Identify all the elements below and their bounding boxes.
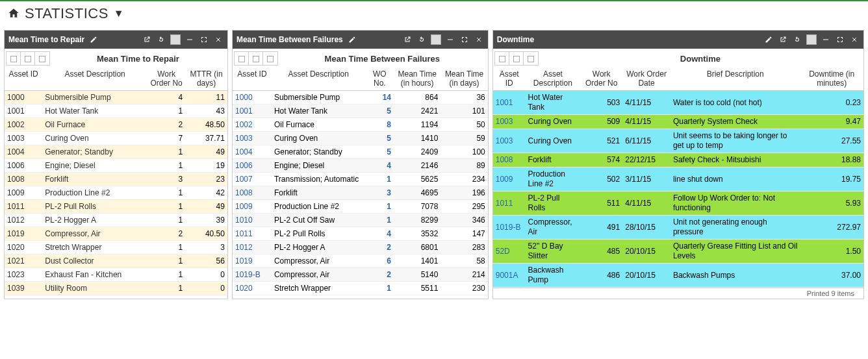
close-icon[interactable] xyxy=(849,34,860,45)
table-row[interactable]: 1019Compressor, Air240.50 xyxy=(5,227,227,241)
cell-asset-id[interactable]: 1002 xyxy=(233,118,272,132)
mtbf-table-wrap[interactable]: Asset ID Asset Description WO No. Mean T… xyxy=(233,67,488,299)
col-mttr[interactable]: MTTR (in days) xyxy=(185,67,227,91)
cell-asset-id[interactable]: 1001 xyxy=(233,105,272,118)
table-row[interactable]: 1011PL-2 Pull Rolls43532147 xyxy=(233,227,488,241)
table-row[interactable]: 1003Curing Oven5094/11/15Quarterly Syste… xyxy=(493,115,863,129)
refresh-icon[interactable] xyxy=(156,34,166,45)
col-asset-id[interactable]: Asset ID xyxy=(5,67,42,91)
refresh-icon[interactable] xyxy=(792,34,802,45)
popout-icon[interactable] xyxy=(142,34,152,45)
cell-wo[interactable]: 5 xyxy=(366,145,394,159)
table-row[interactable]: 1007Transmission; Automatic15625234 xyxy=(233,173,488,186)
table-row[interactable]: 1012PL-2 Hogger A139 xyxy=(5,214,227,227)
cell-asset-id[interactable]: 1003 xyxy=(493,115,526,129)
col-days[interactable]: Mean Time (in days) xyxy=(440,67,487,91)
cell-asset-id[interactable]: 1006 xyxy=(233,159,272,173)
cell-wo[interactable]: 14 xyxy=(366,91,394,105)
col-wo[interactable]: Work Order No xyxy=(147,67,185,91)
table-row[interactable]: 1012PL-2 Hogger A26801283 xyxy=(233,241,488,254)
expand-icon[interactable] xyxy=(199,34,209,45)
col-date[interactable]: Work Order Date xyxy=(622,67,670,91)
col-asset-desc[interactable]: Asset Description xyxy=(526,67,581,91)
cell-wo[interactable]: 2 xyxy=(366,241,394,254)
cell-asset-id[interactable]: 1009 xyxy=(233,200,272,214)
cell-wo[interactable]: 5 xyxy=(366,105,394,118)
color-swatch[interactable] xyxy=(431,34,441,45)
close-icon[interactable] xyxy=(213,34,223,45)
pencil-icon[interactable] xyxy=(763,34,774,45)
table-row[interactable]: 1011PL-2 Pull Rolls5114/11/15Follow Up W… xyxy=(493,192,863,216)
col-asset-id[interactable]: Asset ID xyxy=(493,67,526,91)
tiny-button[interactable] xyxy=(524,52,538,65)
cell-asset-id[interactable]: 52D xyxy=(493,240,526,264)
popout-icon[interactable] xyxy=(778,34,788,45)
cell-asset-id[interactable]: 1009 xyxy=(493,167,526,192)
tiny-button[interactable] xyxy=(6,52,21,65)
col-asset-id[interactable]: Asset ID xyxy=(233,67,272,91)
table-row[interactable]: 1004Generator; Standby149 xyxy=(5,145,227,159)
table-row[interactable]: 1019-BCompressor, Air49128/10/15Unit not… xyxy=(493,216,863,240)
table-row[interactable]: 1009Production Line #217078295 xyxy=(233,200,488,214)
cell-wo[interactable]: 6 xyxy=(366,254,394,268)
table-row[interactable]: 1011PL-2 Pull Rolls149 xyxy=(5,200,227,214)
refresh-icon[interactable] xyxy=(416,34,427,45)
cell-asset-id[interactable]: 1010 xyxy=(233,214,272,227)
table-row[interactable]: 1006Engine; Diesel119 xyxy=(5,159,227,173)
tiny-button[interactable] xyxy=(509,52,524,65)
cell-asset-id[interactable]: 1019-B xyxy=(233,268,272,282)
table-row[interactable]: 1006Engine; Diesel4214689 xyxy=(233,159,488,173)
minimize-icon[interactable] xyxy=(185,34,195,45)
tiny-button[interactable] xyxy=(21,52,35,65)
cell-wo[interactable]: 8 xyxy=(366,118,394,132)
table-row[interactable]: 1019-BCompressor, Air25140214 xyxy=(233,268,488,282)
table-row[interactable]: 1009Production Line #25023/11/15line shu… xyxy=(493,167,863,192)
cell-asset-id[interactable]: 1011 xyxy=(493,192,526,216)
cell-wo[interactable]: 5 xyxy=(366,132,394,145)
cell-asset-id[interactable]: 1020 xyxy=(233,282,272,295)
cell-asset-id[interactable]: 1003 xyxy=(493,129,526,153)
pencil-icon[interactable] xyxy=(347,34,357,45)
table-row[interactable]: 1020Stretch Wrapper13 xyxy=(5,241,227,254)
table-row[interactable]: 1001Hot Water Tank52421101 xyxy=(233,105,488,118)
cell-wo[interactable]: 2 xyxy=(366,268,394,282)
cell-asset-id[interactable]: 1019 xyxy=(233,254,272,268)
cell-wo[interactable]: 4 xyxy=(366,159,394,173)
tiny-button[interactable] xyxy=(249,52,263,65)
cell-asset-id[interactable]: 1012 xyxy=(233,241,272,254)
cell-asset-id[interactable]: 1004 xyxy=(233,145,272,159)
table-row[interactable]: 52D52'' D Bay Slitter48520/10/15Quarterl… xyxy=(493,240,863,264)
table-row[interactable]: 1002Oil Furnace248.50 xyxy=(5,118,227,132)
table-row[interactable]: 1021Dust Collector156 xyxy=(5,254,227,268)
tiny-button[interactable] xyxy=(263,52,277,65)
tiny-button[interactable] xyxy=(35,52,49,65)
chevron-down-icon[interactable]: ▼ xyxy=(114,8,124,19)
table-row[interactable]: 1019Compressor, Air6140158 xyxy=(233,254,488,268)
minimize-icon[interactable] xyxy=(445,34,455,45)
cell-asset-id[interactable]: 1003 xyxy=(233,132,272,145)
table-row[interactable]: 1008Forklift57422/12/15Safety Check - Mi… xyxy=(493,153,863,167)
popout-icon[interactable] xyxy=(402,34,413,45)
table-row[interactable]: 1001Hot Water Tank143 xyxy=(5,105,227,118)
cell-asset-id[interactable]: 1008 xyxy=(493,153,526,167)
tiny-button[interactable] xyxy=(235,52,249,65)
col-dt[interactable]: Downtime (in minutes) xyxy=(800,67,863,91)
table-row[interactable]: 1009Production Line #2142 xyxy=(5,186,227,200)
col-asset-desc[interactable]: Asset Description xyxy=(272,67,366,91)
expand-icon[interactable] xyxy=(835,34,845,45)
table-row[interactable]: 1004Generator; Standby52409100 xyxy=(233,145,488,159)
cell-asset-id[interactable]: 1001 xyxy=(493,91,526,115)
table-row[interactable]: 1023Exhaust Fan - Kitchen10 xyxy=(5,268,227,282)
pencil-icon[interactable] xyxy=(88,34,99,45)
cell-asset-id[interactable]: 1019-B xyxy=(493,216,526,240)
col-hours[interactable]: Mean Time (in hours) xyxy=(394,67,440,91)
cell-asset-id[interactable]: 1011 xyxy=(233,227,272,241)
color-swatch[interactable] xyxy=(806,34,817,45)
col-wo[interactable]: Work Order No xyxy=(580,67,622,91)
col-brief[interactable]: Brief Description xyxy=(670,67,800,91)
cell-wo[interactable]: 1 xyxy=(366,200,394,214)
mttr-table-wrap[interactable]: Asset ID Asset Description Work Order No… xyxy=(5,67,227,299)
col-wo[interactable]: WO No. xyxy=(366,67,394,91)
table-row[interactable]: 1000Submersible Pump411 xyxy=(5,91,227,105)
color-swatch[interactable] xyxy=(170,34,181,45)
